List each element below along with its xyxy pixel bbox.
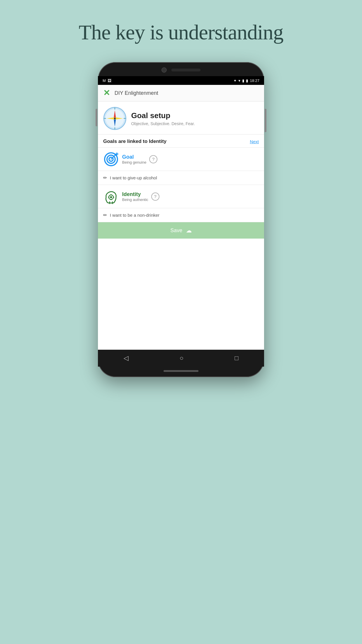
back-button[interactable]: ◁ (124, 354, 129, 362)
save-button[interactable]: Save ☁ (98, 222, 264, 239)
pencil-icon: ✏ (103, 175, 107, 181)
save-label: Save (170, 228, 182, 234)
app-screen: ✕ DIY Enlightenment (98, 85, 264, 350)
speaker (171, 69, 201, 71)
battery-icon: ▮ (246, 78, 248, 83)
camera (161, 67, 167, 73)
goal-setup-subtitle: Objective, Subjective. Desire, Fear. (131, 121, 195, 126)
recents-button[interactable]: □ (235, 354, 238, 362)
page-title: The key is understanding (79, 20, 283, 45)
svg-rect-27 (111, 199, 112, 200)
mail-icon: M (103, 78, 106, 83)
wifi-icon: ▾ (238, 78, 240, 83)
identity-help-button[interactable]: ? (151, 192, 159, 201)
close-button[interactable]: ✕ (103, 89, 110, 97)
goal-input-text: I want to give-up alcohol (110, 175, 157, 180)
home-button[interactable]: ○ (180, 354, 183, 362)
bluetooth-icon: ✦ (233, 78, 237, 83)
pencil-icon-2: ✏ (103, 212, 107, 218)
header-text: Goal setup Objective, Subjective. Desire… (131, 111, 195, 126)
status-left: M 🖼 (103, 78, 111, 83)
svg-point-25 (110, 196, 112, 198)
status-bar: M 🖼 ✦ ▾ ▮ ▮ 18:27 (98, 76, 264, 85)
goal-target-icon (103, 151, 119, 167)
next-button[interactable]: Next (250, 139, 259, 144)
nav-bar: ◁ ○ □ (98, 350, 264, 367)
goal-label: Goal Being genuine (122, 154, 146, 164)
header-section: Goal setup Objective, Subjective. Desire… (98, 102, 264, 134)
section-heading-row: Goals are linked to Identity Next (98, 134, 264, 148)
identity-sub-text: Being authentic (122, 197, 148, 202)
phone-top-bar (98, 62, 264, 76)
identity-label: Identity Being authentic (122, 191, 148, 202)
bottom-bar (164, 370, 198, 372)
app-title: DIY Enlightenment (115, 90, 158, 96)
svg-rect-28 (108, 197, 109, 198)
image-icon: 🖼 (108, 78, 111, 83)
status-right: ✦ ▾ ▮ ▮ 18:27 (233, 78, 259, 83)
goal-input-row[interactable]: ✏ I want to give-up alcohol (98, 171, 264, 185)
app-toolbar: ✕ DIY Enlightenment (98, 85, 264, 102)
bottom-area (98, 239, 264, 350)
compass-icon (103, 107, 126, 130)
goal-sub-text: Being genuine (122, 160, 146, 164)
section-heading: Goals are linked to Identity (103, 139, 166, 144)
svg-rect-26 (111, 194, 112, 195)
cloud-upload-icon: ☁ (186, 227, 192, 234)
goal-row: Goal Being genuine ? (98, 148, 264, 171)
identity-label-text: Identity (122, 191, 148, 197)
identity-head-icon (103, 188, 119, 204)
phone-bottom (98, 367, 264, 377)
goal-help-button[interactable]: ? (149, 155, 157, 163)
goal-setup-title: Goal setup (131, 111, 195, 120)
phone-shell: M 🖼 ✦ ▾ ▮ ▮ 18:27 ✕ DIY Enlightenment (98, 62, 264, 377)
goal-label-text: Goal (122, 154, 146, 160)
clock: 18:27 (250, 78, 259, 83)
svg-rect-29 (113, 197, 114, 198)
svg-point-10 (114, 118, 116, 119)
identity-row: Identity Being authentic ? (98, 185, 264, 208)
identity-input-row[interactable]: ✏ I want to be a non-drinker (98, 208, 264, 222)
signal-icon: ▮ (242, 78, 244, 83)
identity-input-text: I want to be a non-drinker (110, 213, 159, 218)
